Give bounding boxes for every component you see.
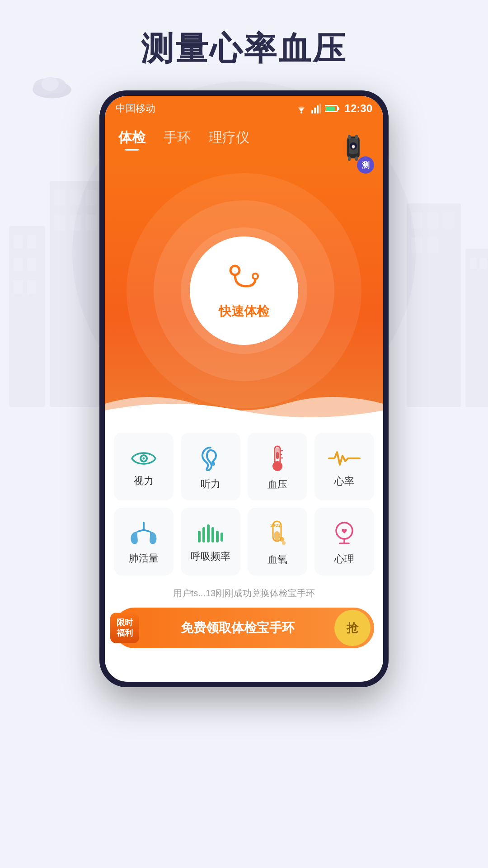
oxygen-item[interactable]: SaO2 血氧	[248, 508, 307, 576]
banner-text: 免费领取体检宝手环	[114, 619, 334, 637]
banner-badge-line2: 福利	[117, 628, 133, 638]
battery-icon	[325, 104, 340, 113]
svg-rect-62	[202, 527, 205, 542]
svg-rect-12	[70, 215, 81, 231]
phone-screen: 中国移动	[105, 96, 383, 682]
svg-rect-38	[355, 135, 358, 139]
oxygen-label: 血氧	[267, 553, 287, 566]
health-grid: 视力 听力	[105, 422, 383, 583]
svg-rect-6	[27, 280, 36, 294]
lung-item[interactable]: 肺活量	[114, 508, 174, 576]
bp-item[interactable]: 血压	[248, 433, 307, 500]
page-title: 测量心率血压	[0, 27, 488, 71]
status-right: 12:30	[295, 102, 372, 115]
oxygen-icon: SaO2	[267, 520, 288, 547]
svg-rect-33	[338, 107, 339, 110]
svg-rect-65	[216, 531, 219, 542]
svg-rect-3	[14, 258, 23, 271]
svg-rect-40	[355, 156, 358, 161]
wave-decoration	[105, 386, 383, 422]
hearing-item[interactable]: 听力	[181, 433, 240, 500]
orange-area: 快速体检	[105, 160, 383, 422]
thermometer-icon	[270, 445, 285, 472]
svg-rect-34	[326, 106, 335, 111]
svg-line-60	[144, 530, 150, 532]
svg-point-27	[300, 112, 302, 113]
svg-line-59	[137, 530, 144, 532]
vision-item[interactable]: 视力	[114, 433, 174, 500]
lung-label: 肺活量	[129, 552, 159, 565]
hearing-label: 听力	[201, 477, 221, 491]
svg-rect-8	[54, 190, 66, 206]
svg-text:⌚: ⌚	[351, 144, 356, 149]
cloud-icon	[27, 72, 77, 99]
heartrate-item[interactable]: 心率	[314, 433, 374, 500]
svg-rect-10	[86, 190, 97, 206]
svg-text:SaO2: SaO2	[270, 523, 281, 528]
notification-text: 用户ts...13刚刚成功兑换体检宝手环	[173, 588, 315, 598]
svg-point-70	[282, 541, 286, 545]
signal-icon	[311, 104, 321, 113]
svg-rect-21	[470, 258, 477, 269]
mental-item[interactable]: 心理	[314, 508, 374, 576]
svg-point-53	[272, 461, 282, 471]
svg-rect-5	[14, 280, 23, 294]
eye-icon	[131, 449, 156, 468]
vision-label: 视力	[134, 474, 154, 488]
status-bar: 中国移动	[105, 96, 383, 121]
svg-rect-15	[411, 212, 422, 228]
svg-rect-4	[27, 258, 36, 271]
svg-rect-19	[427, 237, 438, 253]
svg-rect-30	[317, 105, 319, 113]
tab-physical[interactable]: 体检	[118, 128, 145, 151]
phone-frame: 中国移动	[99, 90, 389, 687]
banner-grab-button[interactable]: 抢	[334, 610, 371, 646]
svg-point-26	[42, 77, 59, 91]
breath-item[interactable]: 呼吸频率	[181, 508, 240, 576]
heartrate-label: 心率	[334, 475, 354, 488]
svg-rect-39	[348, 156, 351, 161]
banner-badge: 限时 福利	[110, 613, 139, 643]
quick-checkup-button[interactable]: 快速体检	[190, 236, 298, 345]
svg-rect-22	[480, 258, 487, 269]
svg-rect-37	[348, 135, 351, 139]
svg-rect-14	[407, 203, 461, 407]
lungs-icon	[129, 522, 158, 545]
svg-point-45	[253, 274, 257, 278]
svg-rect-18	[411, 237, 422, 253]
svg-rect-68	[274, 531, 280, 540]
banner-badge-line1: 限时	[117, 618, 133, 628]
stethoscope-icon	[226, 261, 262, 297]
wifi-icon	[295, 104, 308, 113]
center-circle-label: 快速体检	[219, 303, 269, 320]
svg-rect-29	[314, 108, 316, 113]
svg-rect-13	[86, 215, 97, 231]
watch-badge-container[interactable]: ⌚ 测	[338, 137, 374, 174]
svg-point-48	[143, 458, 145, 460]
svg-rect-11	[54, 215, 66, 231]
notification-bar: 用户ts...13刚刚成功兑换体检宝手环	[105, 583, 383, 604]
svg-rect-0	[9, 226, 45, 407]
svg-rect-2	[27, 235, 36, 249]
svg-rect-52	[276, 452, 279, 459]
heartrate-icon	[328, 448, 361, 468]
svg-point-43	[230, 266, 239, 275]
svg-rect-64	[211, 527, 214, 542]
waveform-icon	[196, 524, 225, 543]
svg-rect-63	[207, 524, 210, 542]
bottom-banner[interactable]: 限时 福利 免费领取体检宝手环 抢	[114, 608, 374, 648]
svg-rect-31	[319, 104, 321, 113]
tab-bracelet[interactable]: 手环	[164, 128, 191, 151]
nav-tabs: 体检 手环 理疗仪 ⌚ 测	[105, 121, 383, 160]
mental-label: 心理	[334, 552, 354, 566]
status-icons	[295, 104, 340, 113]
carrier-label: 中国移动	[116, 102, 155, 115]
svg-rect-61	[198, 531, 201, 542]
watch-badge-label: 测	[357, 156, 374, 174]
svg-rect-17	[443, 212, 454, 228]
brain-icon	[333, 521, 356, 546]
status-time: 12:30	[345, 102, 372, 115]
svg-rect-66	[221, 533, 223, 542]
tab-therapy[interactable]: 理疗仪	[209, 128, 249, 151]
svg-point-69	[280, 537, 284, 542]
